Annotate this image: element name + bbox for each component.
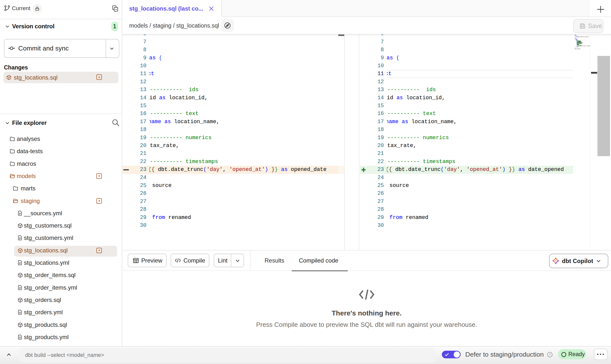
svg-text:?: ? (549, 353, 551, 357)
